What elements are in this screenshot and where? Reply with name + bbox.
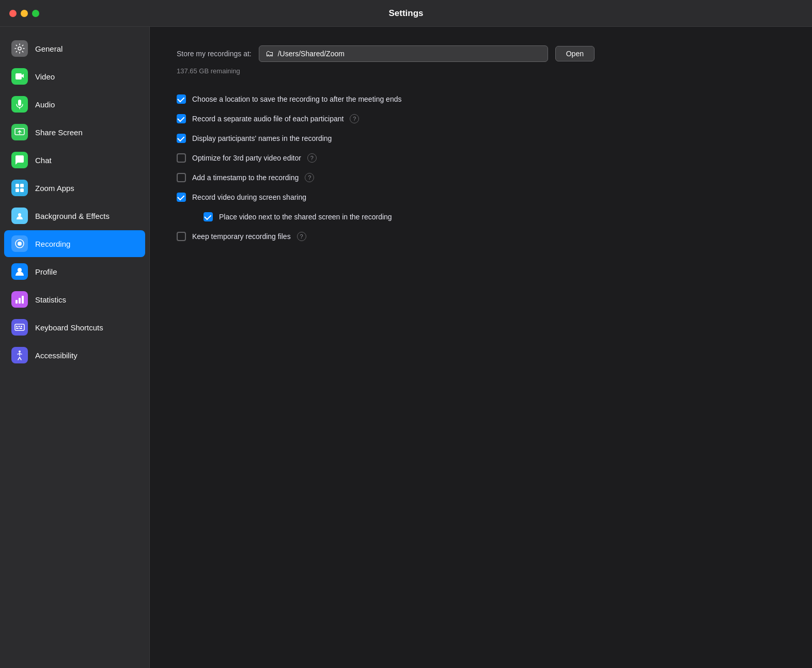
open-button[interactable]: Open [555,46,595,61]
sidebar-item-recording[interactable]: Recording [4,230,145,257]
option-row-record-screen-sharing: Record video during screen sharing [177,187,785,207]
option-text-keep-temp-files: Keep temporary recording files [192,232,291,241]
sidebar-item-label-share-screen: Share Screen [35,128,83,137]
options-list: Choose a location to save the recording … [177,89,785,246]
title-bar: Settings [0,0,812,27]
keyboard-shortcuts-icon [11,319,28,336]
option-row-choose-location: Choose a location to save the recording … [177,89,785,109]
accessibility-icon [11,347,28,363]
checkbox-separate-audio[interactable] [177,114,186,123]
chat-icon [11,152,28,168]
window-title: Settings [388,8,423,19]
option-row-add-timestamp: Add a timestamp to the recording? [177,168,785,187]
close-button[interactable] [9,10,17,17]
option-text-display-names: Display participants' names in the recor… [192,134,332,142]
recording-icon [11,235,28,252]
storage-label: Store my recordings at: [177,50,252,58]
sidebar: GeneralVideoAudioShare ScreenChatZoom Ap… [0,27,150,668]
profile-icon [11,263,28,280]
sidebar-item-label-zoom-apps: Zoom Apps [35,184,74,193]
content-area: Store my recordings at: 🗂 /Users/Shared/… [150,27,812,668]
storage-path-text: /Users/Shared/Zoom [278,50,345,58]
sidebar-item-background-effects[interactable]: Background & Effects [4,202,145,229]
option-row-place-video-next: Place video next to the shared screen in… [177,207,785,227]
sidebar-item-label-accessibility: Accessibility [35,351,77,360]
option-row-separate-audio: Record a separate audio file of each par… [177,109,785,129]
checkbox-add-timestamp[interactable] [177,173,186,182]
svg-rect-12 [19,298,21,304]
svg-rect-13 [22,296,24,304]
svg-point-20 [19,351,21,353]
audio-icon [11,96,28,113]
checkbox-optimize-editor[interactable] [177,153,186,163]
maximize-button[interactable] [32,10,39,17]
svg-rect-14 [15,324,24,330]
statistics-icon [11,291,28,308]
traffic-lights [9,10,39,17]
storage-row: Store my recordings at: 🗂 /Users/Shared/… [177,45,785,62]
checkbox-choose-location[interactable] [177,94,186,104]
svg-point-10 [18,268,22,272]
video-icon [11,68,28,85]
help-icon-separate-audio[interactable]: ? [350,114,359,123]
share-screen-icon [11,124,28,140]
sidebar-item-label-video: Video [35,72,55,81]
sidebar-item-keyboard-shortcuts[interactable]: Keyboard Shortcuts [4,314,145,341]
option-text-place-video-next: Place video next to the shared screen in… [219,213,392,221]
sidebar-item-label-recording: Recording [35,240,70,248]
sidebar-item-label-general: General [35,44,63,53]
sidebar-item-label-chat: Chat [35,156,52,165]
option-row-keep-temp-files: Keep temporary recording files? [177,227,785,246]
checkbox-keep-temp-files[interactable] [177,232,186,241]
sidebar-item-profile[interactable]: Profile [4,258,145,285]
option-text-add-timestamp: Add a timestamp to the recording [192,173,299,182]
option-text-choose-location: Choose a location to save the recording … [192,95,401,103]
checkbox-place-video-next[interactable] [204,212,213,221]
option-row-display-names: Display participants' names in the recor… [177,129,785,148]
sidebar-item-share-screen[interactable]: Share Screen [4,119,145,146]
option-text-optimize-editor: Optimize for 3rd party video editor [192,154,301,162]
svg-point-9 [18,242,22,246]
help-icon-keep-temp-files[interactable]: ? [297,232,306,241]
option-text-record-screen-sharing: Record video during screen sharing [192,193,306,201]
sidebar-item-label-profile: Profile [35,267,57,276]
sidebar-item-video[interactable]: Video [4,63,145,90]
svg-point-0 [18,47,21,50]
sidebar-item-label-audio: Audio [35,100,55,109]
svg-rect-19 [20,328,23,329]
checkbox-record-screen-sharing[interactable] [177,193,186,202]
checkbox-display-names[interactable] [177,134,186,143]
sidebar-item-audio[interactable]: Audio [4,91,145,118]
svg-rect-5 [15,188,19,192]
svg-rect-18 [16,328,19,329]
help-icon-add-timestamp[interactable]: ? [305,173,314,182]
storage-remaining: 137.65 GB remaining [177,67,785,75]
svg-rect-16 [19,326,20,327]
svg-rect-15 [16,326,18,327]
sidebar-item-label-background-effects: Background & Effects [35,212,110,220]
svg-rect-3 [15,184,19,187]
minimize-button[interactable] [21,10,28,17]
storage-path-box: 🗂 /Users/Shared/Zoom [259,45,548,62]
sidebar-item-label-statistics: Statistics [35,295,66,304]
sidebar-item-general[interactable]: General [4,35,145,62]
svg-rect-11 [15,300,18,304]
sidebar-item-chat[interactable]: Chat [4,147,145,173]
sidebar-item-label-keyboard-shortcuts: Keyboard Shortcuts [35,323,103,332]
sidebar-item-statistics[interactable]: Statistics [4,286,145,313]
main-layout: GeneralVideoAudioShare ScreenChatZoom Ap… [0,27,812,668]
option-text-separate-audio: Record a separate audio file of each par… [192,115,343,123]
sidebar-item-zoom-apps[interactable]: Zoom Apps [4,174,145,201]
zoom-apps-icon [11,180,28,196]
svg-rect-4 [20,184,24,187]
folder-icon: 🗂 [266,49,274,58]
svg-rect-6 [20,188,24,192]
general-icon [11,40,28,57]
background-effects-icon [11,208,28,224]
help-icon-optimize-editor[interactable]: ? [307,153,317,163]
option-row-optimize-editor: Optimize for 3rd party video editor? [177,148,785,168]
sidebar-item-accessibility[interactable]: Accessibility [4,342,145,369]
svg-point-7 [18,213,21,216]
svg-rect-17 [21,326,22,327]
